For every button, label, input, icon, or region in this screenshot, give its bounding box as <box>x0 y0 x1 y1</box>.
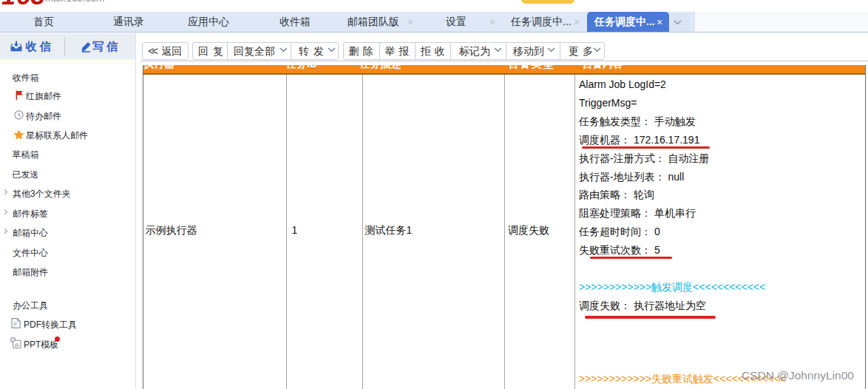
svg-text:P: P <box>13 322 17 327</box>
